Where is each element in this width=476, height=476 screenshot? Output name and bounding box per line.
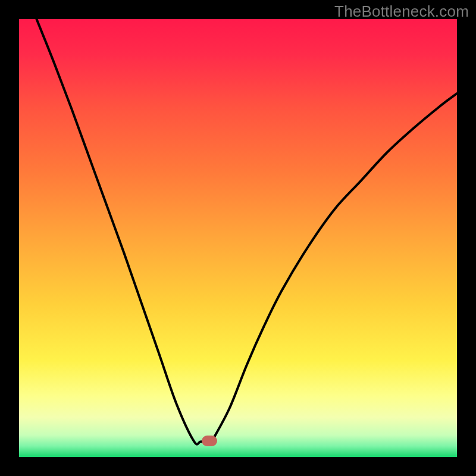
bottleneck-curve — [19, 19, 457, 457]
plot-area — [19, 19, 457, 457]
curve-right-branch — [212, 93, 457, 441]
watermark-text: TheBottleneck.com — [334, 2, 469, 21]
outer-black-frame: TheBottleneck.com — [0, 0, 476, 476]
curve-left-branch — [36, 19, 211, 444]
minimum-marker — [202, 436, 217, 446]
